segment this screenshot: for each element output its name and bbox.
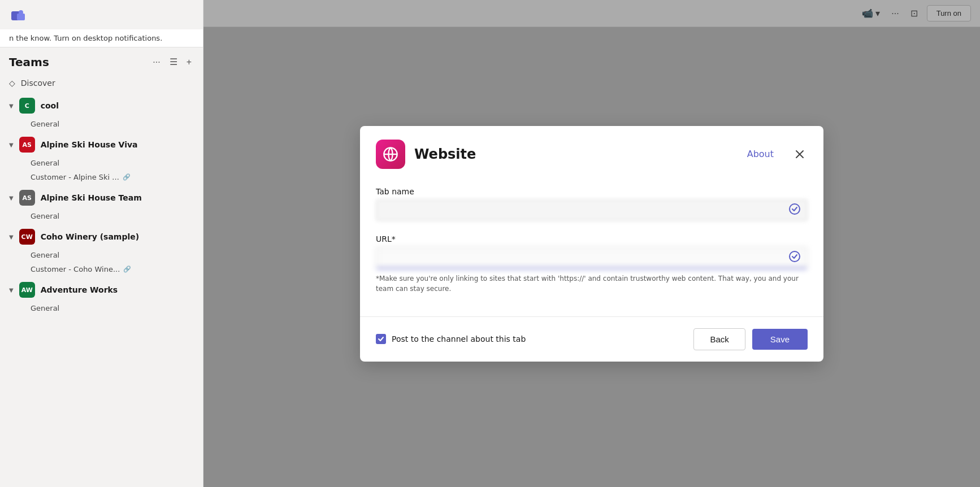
teams-header: Teams ··· ☰ + [0,47,203,74]
filter-button[interactable]: ☰ [167,54,180,69]
modal-close-button[interactable] [792,146,808,162]
teams-logo-icon [9,7,27,25]
sidebar-top [0,0,203,29]
team-row-cool[interactable]: ▼ C cool [0,94,203,117]
teams-header-icons: ··· ☰ + [150,54,194,69]
url-input[interactable] [376,247,808,269]
modal-overlay: Website About Tab name [203,0,980,487]
chevron-down-icon: ▼ [9,195,14,201]
save-button[interactable]: Save [752,329,808,350]
website-app-icon [376,140,405,169]
channel-row-alpine-viva-general[interactable]: General [0,156,203,170]
channel-row-cool-general[interactable]: General [0,117,203,131]
url-group: URL* *Make sure you're only link [376,234,808,294]
avatar-adventure: AW [19,282,35,298]
channel-label: General [31,251,59,259]
chevron-down-icon: ▼ [9,103,14,109]
team-name-alpine-team: Alpine Ski House Team [41,193,142,202]
channel-row-coho-customer[interactable]: Customer - Coho Wine... 🔗 [0,262,203,276]
modal-title: Website [414,146,738,162]
modal-body: Tab name [360,178,823,316]
post-to-channel-checkbox-wrapper: Post to the channel about this tab [376,334,526,344]
team-name-cool: cool [41,101,59,110]
modal-footer: Post to the channel about this tab Back … [360,316,823,362]
url-input-wrapper [376,247,808,269]
team-row-adventure[interactable]: ▼ AW Adventure Works [0,279,203,301]
sidebar: n the know. Turn on desktop notification… [0,0,203,487]
team-name-coho: Coho Winery (sample) [41,232,139,241]
footer-buttons: Back Save [693,328,808,350]
svg-point-2 [19,10,23,15]
team-group-alpine-viva: ▼ AS Alpine Ski House Viva General Custo… [0,133,203,184]
more-options-button[interactable]: ··· [150,55,162,69]
channel-label-cool-general: General [31,120,59,128]
channel-label: General [31,212,59,220]
channel-label-customer: Customer - Coho Wine... [31,265,120,273]
chevron-down-icon: ▼ [9,234,14,240]
back-button[interactable]: Back [693,328,745,350]
avatar-coho: CW [19,229,35,245]
team-row-coho[interactable]: ▼ CW Coho Winery (sample) [0,225,203,248]
add-team-button[interactable]: + [184,55,194,69]
team-group-coho: ▼ CW Coho Winery (sample) General Custom… [0,225,203,276]
avatar-alpine-team: AS [19,190,35,206]
chevron-down-icon: ▼ [9,142,14,148]
team-group-cool: ▼ C cool General [0,94,203,131]
tab-name-input[interactable] [376,199,808,221]
website-modal: Website About Tab name [360,126,823,362]
team-group-alpine-team: ▼ AS Alpine Ski House Team General [0,186,203,223]
discover-icon: ◇ [9,79,15,88]
teams-title: Teams [9,55,49,69]
url-label: URL* [376,234,808,244]
svg-point-8 [790,251,800,262]
channel-shared-icon: 🔗 [123,266,131,273]
main-area: 📹 ▾ ··· ⊡ Turn on Webs [203,0,980,487]
channel-label-customer: Customer - Alpine Ski ... [31,173,119,181]
channel-label: General [31,304,59,312]
team-row-alpine-team[interactable]: ▼ AS Alpine Ski House Team [0,186,203,209]
team-group-adventure: ▼ AW Adventure Works General [0,279,203,315]
svg-point-7 [790,204,800,214]
channel-row-coho-general[interactable]: General [0,248,203,262]
tab-name-label: Tab name [376,187,808,196]
channel-row-adventure-general[interactable]: General [0,301,203,315]
url-check-icon [788,250,801,265]
tab-name-group: Tab name [376,187,808,221]
notification-bar: n the know. Turn on desktop notification… [0,29,203,47]
chevron-down-icon: ▼ [9,287,14,293]
channel-row-alpine-team-general[interactable]: General [0,209,203,223]
sidebar-item-discover[interactable]: ◇ Discover [0,74,203,92]
channel-row-alpine-viva-customer[interactable]: Customer - Alpine Ski ... 🔗 [0,170,203,184]
tab-name-input-wrapper [376,199,808,221]
avatar-cool: C [19,98,35,114]
modal-header: Website About [360,126,823,178]
footer-left: Post to the channel about this tab [376,334,526,344]
tab-name-check-icon [788,203,801,218]
url-hint: *Make sure you're only linking to sites … [376,273,808,294]
channel-label: General [31,159,59,167]
team-name-alpine-viva: Alpine Ski House Viva [41,140,138,149]
about-link[interactable]: About [747,149,774,159]
avatar-alpine-viva: AS [19,137,35,153]
team-name-adventure: Adventure Works [41,285,118,294]
post-to-channel-label: Post to the channel about this tab [392,334,526,343]
team-row-alpine-viva[interactable]: ▼ AS Alpine Ski House Viva [0,133,203,156]
channel-shared-icon: 🔗 [123,173,131,181]
post-to-channel-checkbox[interactable] [376,334,386,344]
